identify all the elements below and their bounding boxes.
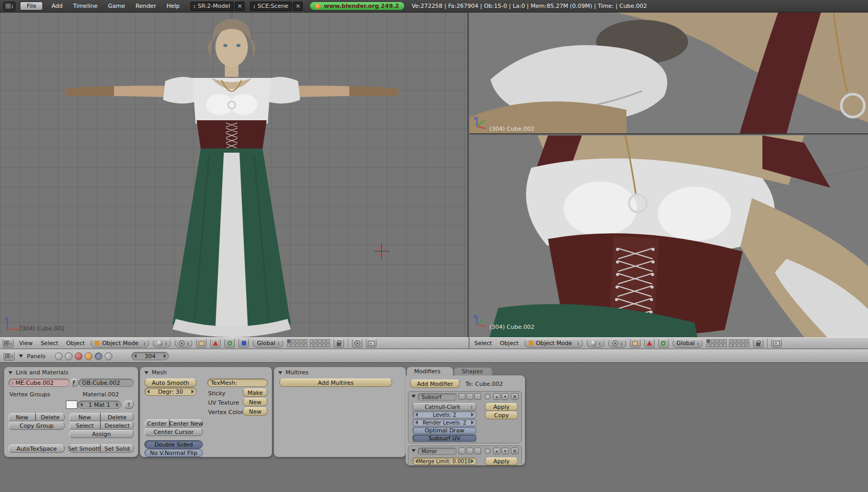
expand-icon[interactable]: [412, 395, 416, 398]
center-cursor-button[interactable]: Center Cursor: [144, 428, 203, 436]
frame-number-field[interactable]: 304: [131, 352, 169, 360]
panel-title[interactable]: Mesh: [144, 369, 167, 376]
merge-limit-field[interactable]: Merge Limit: 0.0010: [413, 457, 476, 465]
increment-icon[interactable]: [116, 403, 119, 407]
mesh-datablock-field[interactable]: ▴▾ ME:Cube.002: [8, 379, 70, 387]
double-sided-toggle[interactable]: Double Sided: [144, 440, 203, 449]
add-modifier-button[interactable]: Add Modifier: [410, 380, 460, 388]
editor-type-button[interactable]: ▴▾: [3, 339, 14, 348]
material-color-swatch[interactable]: [66, 401, 77, 409]
script-context-icon[interactable]: [65, 352, 73, 360]
material-new-button[interactable]: New: [69, 413, 100, 421]
set-solid-button[interactable]: Set Solid: [100, 444, 134, 453]
copy-modifier-button[interactable]: Copy: [485, 411, 518, 419]
proportional-edit-button[interactable]: [352, 339, 362, 348]
move-up-icon[interactable]: ▴: [493, 393, 500, 400]
expand-icon[interactable]: [412, 449, 416, 452]
screen-selector[interactable]: ▴▾ SR:2-Model: [190, 2, 234, 11]
assign-button[interactable]: Assign: [69, 430, 134, 438]
move-down-icon[interactable]: ▾: [501, 448, 509, 454]
apply-modifier-button[interactable]: Apply: [485, 403, 518, 411]
material-help-button[interactable]: ?: [123, 401, 134, 409]
modifier-name-field[interactable]: Mirror: [418, 448, 456, 455]
panels-label[interactable]: Panels: [27, 353, 45, 360]
menu-object[interactable]: Object: [498, 340, 521, 347]
vgroup-delete-button[interactable]: Delete: [36, 413, 65, 421]
decrement-icon[interactable]: [415, 413, 418, 417]
subsurf-uv-toggle[interactable]: Subsurf UV: [413, 434, 476, 442]
draw-mode-dropdown[interactable]: ▴▾: [153, 339, 171, 348]
deselect-button[interactable]: Deselect: [100, 421, 134, 430]
add-multires-button[interactable]: Add Multires: [279, 379, 392, 387]
mode-dropdown[interactable]: Object Mode ▴▾: [524, 339, 583, 348]
center-new-button[interactable]: Center New: [169, 419, 203, 428]
fake-user-button[interactable]: F: [70, 379, 78, 387]
modifier-name-field[interactable]: Subsurf: [418, 393, 456, 401]
set-smooth-button[interactable]: Set Smooth: [69, 444, 100, 453]
decrement-icon[interactable]: [415, 459, 418, 463]
manipulator-translate-button[interactable]: [210, 339, 221, 348]
panels-menu-icon[interactable]: [19, 354, 23, 358]
layer-buttons[interactable]: [706, 339, 749, 347]
menu-render[interactable]: Render: [130, 3, 161, 9]
increment-icon[interactable]: [164, 354, 166, 358]
menu-add[interactable]: Add: [46, 3, 67, 9]
manipulator-rotate-button[interactable]: [224, 339, 235, 348]
texmesh-field[interactable]: TexMesh:: [207, 379, 268, 387]
cage-toggle-icon[interactable]: [485, 394, 490, 399]
realtime-toggle-icon[interactable]: [466, 393, 473, 400]
increment-icon[interactable]: [471, 413, 474, 417]
increment-icon[interactable]: [471, 459, 474, 463]
render-levels-field[interactable]: Render Levels: 2: [413, 419, 476, 426]
uv-texture-new-button[interactable]: New: [243, 398, 268, 406]
viewport-bottom-right[interactable]: z (304) Cube.002: [470, 135, 868, 337]
window-type-icon[interactable]: ▴▾: [3, 2, 16, 11]
autotexspace-button[interactable]: AutoTexSpace: [8, 444, 65, 453]
menu-select[interactable]: Select: [39, 340, 61, 347]
manipulator-translate-button[interactable]: [644, 339, 655, 348]
render-toggle-icon[interactable]: [459, 393, 465, 400]
render-toggle-icon[interactable]: [459, 448, 465, 454]
lock-layers-button[interactable]: [753, 339, 763, 348]
editmode-toggle-icon[interactable]: [474, 448, 481, 454]
physics-context-icon[interactable]: [105, 352, 112, 360]
editmode-toggle-icon[interactable]: [474, 393, 481, 400]
vgroup-new-button[interactable]: New: [8, 413, 36, 421]
viewport-main[interactable]: z x (304) Cube.002: [0, 13, 469, 337]
object-context-icon[interactable]: [85, 352, 93, 360]
render-preview-button[interactable]: [771, 339, 782, 348]
sticky-make-button[interactable]: Make: [243, 388, 268, 397]
select-button[interactable]: Select: [69, 421, 100, 430]
panel-title[interactable]: Multires: [278, 369, 309, 376]
move-up-icon[interactable]: ▴: [493, 448, 500, 454]
draw-mode-dropdown[interactable]: ▴▾: [587, 339, 605, 348]
menu-select[interactable]: Select: [472, 340, 494, 347]
render-preview-button[interactable]: [366, 339, 376, 348]
manipulator-hand-button[interactable]: [196, 339, 207, 348]
shading-context-icon[interactable]: [75, 352, 83, 360]
menu-help[interactable]: Help: [161, 3, 185, 9]
editor-type-button[interactable]: ▴▾: [4, 352, 15, 361]
menu-file[interactable]: File: [20, 2, 43, 10]
cage-toggle-icon[interactable]: [485, 448, 490, 454]
mode-dropdown[interactable]: Object Mode ▴▾: [90, 339, 149, 348]
orientation-dropdown[interactable]: Global ▴▾: [672, 339, 703, 348]
scene-selector[interactable]: ▴▾ SCE:Scene: [250, 2, 292, 11]
pivot-dropdown[interactable]: ▴▾: [175, 339, 193, 348]
decrement-icon[interactable]: [134, 354, 136, 358]
vertex-color-new-button[interactable]: New: [243, 407, 268, 416]
delete-modifier-icon[interactable]: ×: [511, 393, 519, 400]
center-button[interactable]: Center: [144, 419, 169, 428]
decrement-icon[interactable]: [80, 403, 83, 407]
viewport-top-right[interactable]: z (304) Cube.002: [470, 13, 868, 134]
material-index-field[interactable]: 1 Mat 1: [77, 401, 121, 409]
menu-object[interactable]: Object: [64, 340, 87, 347]
lock-layers-button[interactable]: [334, 339, 344, 348]
object-name-field[interactable]: OB:Cube.002: [78, 379, 134, 387]
panel-title[interactable]: Link and Materials: [8, 369, 68, 376]
scene-close-icon[interactable]: ×: [293, 2, 303, 11]
manipulator-rotate-button[interactable]: [658, 339, 669, 348]
orientation-dropdown[interactable]: Global ▴▾: [253, 339, 283, 348]
manipulator-hand-button[interactable]: [630, 339, 641, 348]
increment-icon[interactable]: [191, 390, 194, 394]
